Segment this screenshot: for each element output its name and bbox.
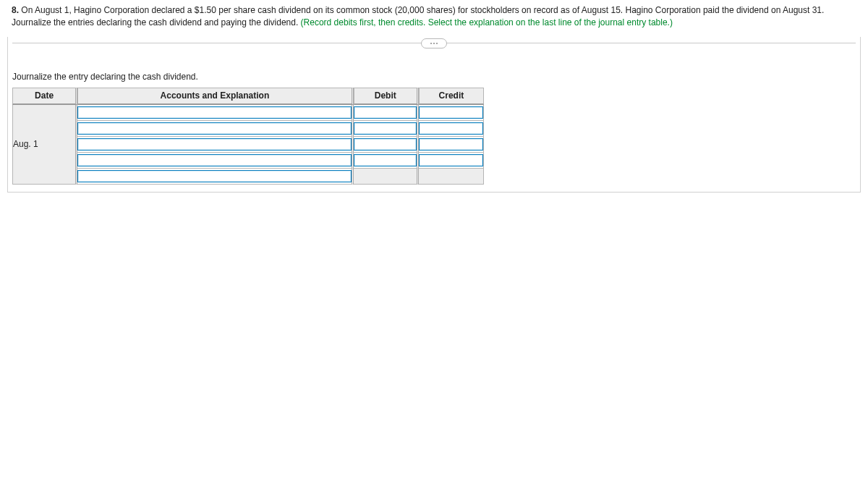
- col-header-date: Date: [12, 88, 77, 105]
- account-input[interactable]: [77, 122, 351, 135]
- debit-input[interactable]: [354, 154, 417, 166]
- table-row: Aug. 1: [12, 105, 484, 121]
- expand-ellipsis-button[interactable]: [421, 38, 447, 48]
- credit-input[interactable]: [419, 138, 483, 151]
- credit-input[interactable]: [419, 106, 483, 119]
- account-input[interactable]: [77, 138, 351, 151]
- account-input[interactable]: [77, 154, 351, 166]
- question-instruction: (Record debits first, then credits. Sele…: [301, 17, 673, 28]
- grey-debit-cell: [354, 169, 419, 185]
- col-header-credit: Credit: [419, 88, 484, 105]
- question-text: 8. On August 1, Hagino Corporation decla…: [7, 4, 861, 37]
- explanation-row: [12, 169, 484, 185]
- ellipsis-dot-icon: [433, 43, 435, 44]
- col-header-debit: Debit: [354, 88, 419, 105]
- debit-input[interactable]: [354, 106, 417, 119]
- ellipsis-dot-icon: [430, 43, 432, 44]
- subprompt: Journalize the entry declaring the cash …: [8, 72, 860, 88]
- grey-credit-cell: [419, 169, 484, 185]
- question-number: 8.: [12, 5, 19, 15]
- debit-input[interactable]: [354, 122, 417, 135]
- debit-input[interactable]: [354, 138, 417, 151]
- table-row: [12, 121, 484, 137]
- credit-input[interactable]: [419, 122, 483, 135]
- credit-input[interactable]: [419, 154, 483, 166]
- ellipsis-dot-icon: [436, 43, 438, 44]
- table-row: [12, 153, 484, 169]
- date-cell: Aug. 1: [12, 105, 77, 185]
- explanation-input[interactable]: [77, 170, 351, 182]
- journal-entry-table: Date Accounts and Explanation Debit Cred…: [12, 88, 484, 185]
- table-row: [12, 137, 484, 153]
- divider-row: [8, 37, 860, 50]
- col-header-accounts: Accounts and Explanation: [77, 88, 353, 105]
- account-input[interactable]: [77, 106, 351, 119]
